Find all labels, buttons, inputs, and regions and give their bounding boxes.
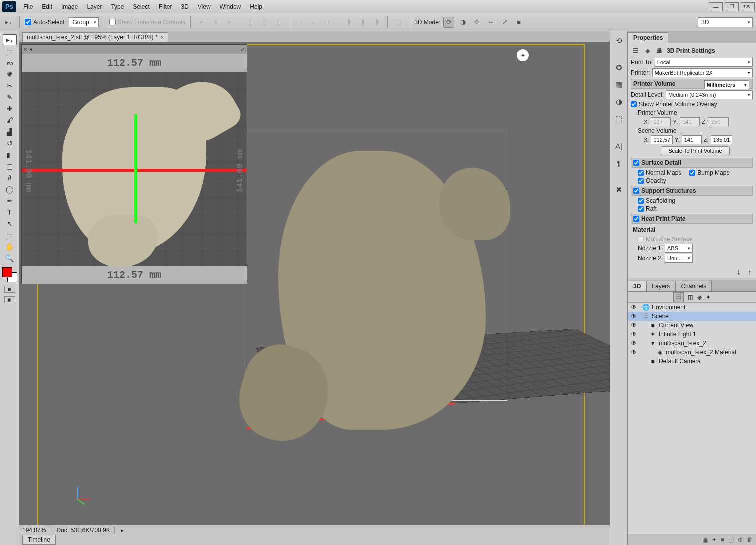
workspace-dropdown[interactable]: 3D [698, 17, 753, 27]
new-camera-icon[interactable]: ■ [721, 536, 724, 543]
stamp-tool-icon[interactable]: ▟ [3, 126, 17, 137]
nozzle2-dropdown[interactable]: Unu... [665, 254, 693, 263]
lasso-tool-icon[interactable]: ᔔ [3, 57, 17, 68]
menu-3d[interactable]: 3D [177, 1, 192, 12]
3d-camera-icon[interactable]: ■ [513, 17, 524, 28]
filter-scene-icon[interactable]: ☰ [673, 292, 684, 302]
tree-item[interactable]: ■Default Camera [628, 357, 756, 366]
visibility-eye-icon[interactable]: 👁 [630, 304, 638, 311]
crop-tool-icon[interactable]: ✂ [3, 80, 17, 91]
support-structures-header[interactable]: Support Structures [631, 186, 753, 196]
tab-3d[interactable]: 3D [628, 281, 646, 291]
mesh-icon[interactable]: ☰ [631, 46, 640, 55]
sv-x-field[interactable]: 112,57 [651, 135, 673, 144]
menu-image[interactable]: Image [57, 1, 82, 12]
3d-slide-icon[interactable]: ↔ [485, 17, 496, 28]
move-tool-preset-icon[interactable]: ▸₊ [3, 17, 14, 28]
new-layer-icon[interactable]: ⊕ [738, 536, 743, 543]
scale-to-print-volume-button[interactable]: Scale To Print Volume [661, 146, 729, 155]
trex-mesh[interactable] [278, 151, 486, 429]
filter-mesh-icon[interactable]: ◫ [688, 294, 693, 301]
window-maximize-button[interactable]: ☐ [725, 2, 739, 11]
3d-orbit-icon[interactable]: ⟳ [443, 17, 454, 28]
heat-print-plate-header[interactable]: Heat Print Plate [631, 214, 753, 224]
strip-history-icon[interactable]: ⟲ [612, 34, 625, 47]
visibility-eye-icon[interactable]: 👁 [630, 331, 638, 338]
healing-tool-icon[interactable]: ✚ [3, 103, 17, 114]
bump-maps-checkbox[interactable] [689, 170, 695, 176]
menu-edit[interactable]: Edit [38, 1, 56, 12]
hand-tool-icon[interactable]: ✋ [3, 241, 17, 252]
path-select-tool-icon[interactable]: ↖ [3, 218, 17, 229]
menu-view[interactable]: View [194, 1, 215, 12]
gradient-tool-icon[interactable]: ▥ [3, 161, 17, 172]
canvas[interactable]: ✦ × ▾ ⤢ 112.57 mm 141.00 [19, 42, 610, 545]
3d-pan-icon[interactable]: ✢ [471, 17, 482, 28]
type-tool-icon[interactable]: T [3, 207, 17, 218]
overlay-menu-icon[interactable]: ▾ [30, 46, 33, 53]
add-object-icon[interactable]: ⬚ [728, 536, 734, 543]
tab-properties[interactable]: Properties [628, 32, 668, 43]
blur-tool-icon[interactable]: ∂ [3, 172, 17, 183]
document-tab[interactable]: multiscan_t-rex_2.stl @ 195% (Layer 1, R… [22, 32, 168, 42]
print-to-dropdown[interactable]: Local [655, 58, 753, 67]
delete-icon[interactable]: 🗑 [747, 536, 753, 543]
print-volume-overlay[interactable]: × ▾ ⤢ 112.57 mm 141.00 mm 141.00 mm 112.… [21, 44, 247, 284]
light-widget-icon[interactable]: ✦ [517, 49, 529, 61]
filter-material-icon[interactable]: ◈ [697, 294, 702, 301]
printer-dropdown[interactable]: MakerBot Replicator 2X [652, 68, 753, 77]
quickselect-tool-icon[interactable]: ✺ [3, 69, 17, 80]
auto-select-checkbox[interactable]: Auto-Select: [25, 19, 66, 26]
menu-layer[interactable]: Layer [83, 1, 106, 12]
normal-maps-checkbox[interactable] [638, 170, 644, 176]
materials-icon[interactable]: ◈ [643, 46, 652, 55]
export-stl-icon[interactable]: ⭳ [736, 269, 742, 276]
menu-type[interactable]: Type [107, 1, 128, 12]
move-tool-icon[interactable]: ▸₊ [3, 34, 17, 45]
detail-dropdown[interactable]: Medium (0,243mm) [666, 90, 753, 99]
scaffolding-checkbox[interactable] [638, 198, 644, 204]
tab-layers[interactable]: Layers [646, 281, 675, 291]
tree-item[interactable]: 👁▾multiscan_t-rex_2 [628, 339, 756, 348]
menu-select[interactable]: Select [129, 1, 153, 12]
panel-menu-icon[interactable]: ▾≡ [740, 1, 752, 11]
strip-styles-icon[interactable]: ⬚ [612, 112, 625, 125]
surface-detail-header[interactable]: Surface Detail [631, 158, 753, 168]
render-icon[interactable]: ▦ [702, 536, 708, 543]
color-swatch[interactable] [2, 267, 17, 282]
quickmask-icon[interactable]: ◙ [4, 286, 15, 293]
show-volume-overlay-checkbox[interactable] [631, 101, 637, 107]
visibility-eye-icon[interactable]: 👁 [630, 340, 638, 347]
brush-tool-icon[interactable]: 🖌 [3, 115, 17, 126]
screenmode-icon[interactable]: ▣ [4, 296, 15, 303]
shape-tool-icon[interactable]: ▭ [3, 230, 17, 241]
visibility-eye-icon[interactable]: 👁 [630, 349, 638, 356]
history-brush-tool-icon[interactable]: ↺ [3, 138, 17, 149]
3d-roll-icon[interactable]: ◑ [457, 17, 468, 28]
opacity-checkbox[interactable] [638, 178, 644, 184]
strip-paragraph-icon[interactable]: ¶ [612, 156, 625, 169]
eyedropper-tool-icon[interactable]: ✎ [3, 92, 17, 103]
menu-window[interactable]: Window [216, 1, 245, 12]
tree-item[interactable]: 👁☰Scene [628, 312, 756, 321]
sv-z-field[interactable]: 135,01 [711, 135, 733, 144]
nozzle1-dropdown[interactable]: ABS [665, 244, 693, 253]
menu-file[interactable]: File [19, 1, 37, 12]
new-light-icon[interactable]: ✦ [712, 536, 717, 543]
strip-tools-icon[interactable]: ✖ [612, 183, 625, 196]
timeline-tab[interactable]: Timeline [22, 535, 56, 545]
filter-light-icon[interactable]: ✦ [706, 294, 711, 301]
tree-item[interactable]: 👁✦Infinite Light 1 [628, 330, 756, 339]
menu-help[interactable]: Help [246, 1, 266, 12]
visibility-eye-icon[interactable]: 👁 [630, 313, 638, 320]
tree-item[interactable]: 👁🌐Environment [628, 303, 756, 312]
dodge-tool-icon[interactable]: ◯ [3, 184, 17, 195]
window-minimize-button[interactable]: — [709, 2, 723, 11]
start-print-icon[interactable]: ⭱ [747, 269, 753, 276]
pen-tool-icon[interactable]: ✒ [3, 195, 17, 206]
zoom-field[interactable]: 194,87% [22, 527, 50, 534]
strip-character-icon[interactable]: ✪ [612, 61, 625, 74]
strip-swatches-icon[interactable]: ▦ [612, 78, 625, 91]
auto-select-dropdown[interactable]: Group [69, 17, 98, 27]
eraser-tool-icon[interactable]: ◧ [3, 149, 17, 160]
